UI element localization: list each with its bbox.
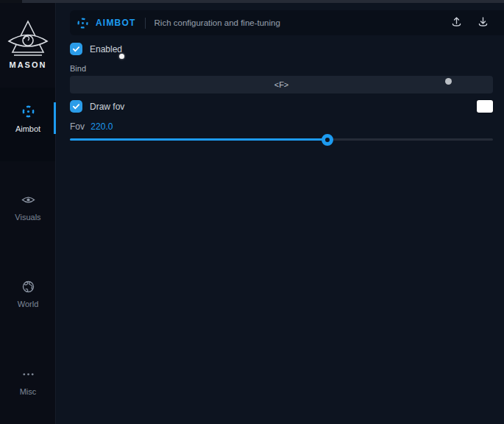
main-panel: AIMBOT Rich configuration and fine-tunin… (56, 3, 504, 424)
fov-label: Fov (70, 121, 85, 132)
fov-value-row: Fov 220.0 (70, 121, 113, 132)
sidebar-item-visuals[interactable]: Visuals (0, 193, 56, 222)
header-divider (145, 18, 146, 29)
fov-slider[interactable] (70, 138, 493, 141)
ellipsis-icon (0, 367, 56, 384)
draw-fov-label: Draw fov (90, 102, 124, 112)
pyramid-eye-logo (0, 19, 56, 57)
check-icon (72, 43, 80, 56)
draw-fov-checkbox[interactable] (70, 100, 82, 113)
sidebar-item-label: World (0, 300, 56, 308)
fov-color-swatch[interactable] (477, 100, 493, 113)
upload-config-button[interactable] (450, 15, 463, 30)
enabled-label: Enabled (90, 44, 122, 54)
enabled-row: Enabled (70, 43, 122, 55)
sidebar: MASON Aimbot Visuals World (0, 3, 56, 424)
brand: MASON (0, 19, 56, 69)
check-icon (72, 100, 80, 113)
fov-slider-fill (70, 138, 327, 141)
crosshair-icon (0, 105, 56, 121)
download-icon (477, 15, 489, 30)
page-subtitle: Rich configuration and fine-tuning (155, 18, 280, 27)
brand-name: MASON (0, 60, 56, 69)
bind-input[interactable]: <F> (70, 76, 493, 93)
globe-icon (0, 280, 56, 297)
sidebar-item-world[interactable]: World (0, 280, 56, 308)
eye-icon (0, 193, 56, 210)
page-title: AIMBOT (96, 18, 136, 28)
crosshair-icon (77, 17, 89, 29)
sidebar-item-aimbot[interactable]: Aimbot (0, 105, 56, 133)
sidebar-item-misc[interactable]: Misc (0, 367, 56, 396)
bind-label: Bind (70, 64, 86, 73)
enabled-checkbox[interactable] (70, 43, 82, 55)
sidebar-item-label: Misc (0, 387, 56, 396)
sidebar-item-label: Visuals (0, 213, 56, 222)
upload-icon (450, 15, 463, 30)
fov-value: 220.0 (90, 121, 113, 132)
draw-fov-row: Draw fov (70, 100, 124, 113)
bind-value: <F> (274, 80, 289, 89)
download-config-button[interactable] (477, 15, 489, 30)
sidebar-item-label: Aimbot (0, 124, 56, 133)
fov-slider-handle[interactable] (322, 134, 333, 146)
page-header: AIMBOT Rich configuration and fine-tunin… (70, 10, 504, 35)
